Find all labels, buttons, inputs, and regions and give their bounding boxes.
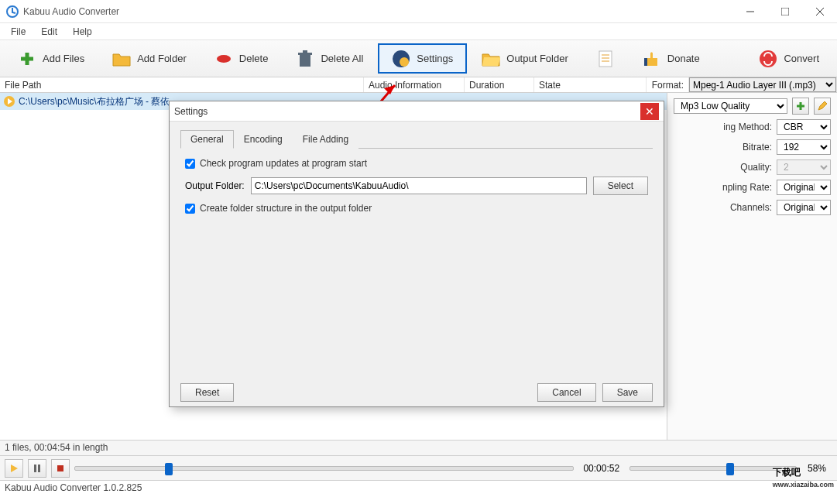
svg-rect-21: [38, 465, 40, 472]
app-icon: [6, 5, 19, 18]
trash-icon: [296, 50, 314, 68]
quality-label: Quality:: [740, 162, 772, 173]
gear-globe-icon: [392, 50, 410, 68]
save-button[interactable]: Save: [602, 383, 653, 402]
column-header-row: File Path Audio Information Duration Sta…: [0, 77, 837, 93]
tab-encoding[interactable]: Encoding: [234, 130, 293, 149]
dialog-title: Settings: [174, 106, 640, 117]
side-panel: Mp3 Low Quality ing Method:CBR Bitrate:1…: [667, 93, 837, 440]
tab-file-adding[interactable]: File Adding: [293, 130, 358, 149]
maximize-button[interactable]: [767, 0, 802, 23]
file-path-text: C:\Users\pc\Music\布拉格广场 - 蔡依: [19, 95, 170, 108]
settings-button[interactable]: Settings: [378, 43, 467, 74]
watermark: 下载吧 www.xiazaiba.com: [773, 458, 834, 489]
time-display: 00:00:52: [578, 463, 625, 474]
add-files-label: Add Files: [43, 53, 84, 64]
cancel-button[interactable]: Cancel: [537, 383, 595, 402]
svg-rect-2: [781, 8, 789, 15]
preset-select[interactable]: Mp3 Low Quality: [674, 98, 787, 114]
close-button[interactable]: [802, 0, 837, 23]
plus-icon: [18, 50, 36, 68]
settings-label: Settings: [417, 53, 453, 64]
app-title: Kabuu Audio Converter: [23, 6, 732, 17]
sampling-rate-label: npling Rate:: [722, 182, 772, 193]
menu-help[interactable]: Help: [67, 25, 98, 39]
seek-slider[interactable]: [74, 466, 574, 471]
col-state[interactable]: State: [534, 77, 647, 92]
watermark-text: 下载吧: [773, 467, 801, 478]
convert-icon: [759, 50, 777, 68]
pause-button[interactable]: [28, 459, 46, 478]
status-bar: 1 files, 00:04:54 in length: [0, 440, 837, 455]
donate-label: Donate: [667, 53, 700, 64]
output-folder-label: Output Folder: [506, 53, 568, 64]
tab-general[interactable]: General: [180, 130, 234, 149]
toolbar: Add Files Add Folder Delete Delete All S…: [0, 40, 837, 77]
menu-file[interactable]: File: [5, 25, 32, 39]
bitrate-select[interactable]: 192: [777, 139, 831, 155]
minimize-button[interactable]: [732, 0, 767, 23]
add-folder-label: Add Folder: [137, 53, 187, 64]
version-bar: Kabuu Audio Converter 1.0.2.825: [0, 480, 837, 495]
document-icon: [596, 50, 615, 68]
svg-point-10: [400, 57, 409, 67]
add-folder-button[interactable]: Add Folder: [99, 43, 200, 74]
sampling-rate-select[interactable]: Original: [777, 180, 831, 195]
watermark-url: www.xiazaiba.com: [773, 481, 834, 489]
delete-all-label: Delete All: [321, 53, 363, 64]
settings-dialog: Settings ✕ General Encoding File Adding …: [169, 101, 664, 407]
add-files-button[interactable]: Add Files: [5, 43, 98, 74]
delete-button[interactable]: Delete: [201, 43, 282, 74]
version-text: Kabuu Audio Converter 1.0.2.825: [5, 482, 142, 493]
status-summary: 1 files, 00:04:54 in length: [5, 442, 108, 453]
svg-point-7: [217, 55, 231, 63]
thumbs-up-icon: [643, 50, 661, 68]
col-audio-info[interactable]: Audio Information: [364, 77, 465, 92]
player-bar: 00:00:52 58%: [0, 455, 837, 480]
dialog-titlebar[interactable]: Settings ✕: [170, 101, 664, 122]
delete-label: Delete: [239, 53, 269, 64]
folder-open-icon: [482, 50, 500, 68]
bitrate-label: Bitrate:: [743, 142, 772, 153]
edit-preset-button[interactable]: [814, 98, 831, 115]
dialog-tabs: General Encoding File Adding: [180, 129, 653, 149]
delete-all-button[interactable]: Delete All: [283, 43, 376, 74]
play-icon[interactable]: [3, 95, 15, 108]
convert-label: Convert: [784, 53, 819, 64]
svg-rect-20: [34, 465, 36, 472]
folder-plus-icon: [112, 50, 131, 68]
format-label: Format:: [647, 77, 689, 92]
col-file-path[interactable]: File Path: [0, 77, 364, 92]
output-folder-input[interactable]: [251, 177, 587, 194]
menu-bar: File Edit Help: [0, 23, 837, 40]
svg-rect-11: [599, 51, 612, 67]
title-bar: Kabuu Audio Converter: [0, 0, 837, 23]
quality-select: 2: [777, 159, 831, 175]
channels-label: Channels:: [730, 202, 772, 213]
encoding-method-label: ing Method:: [723, 122, 772, 132]
dialog-close-button[interactable]: ✕: [640, 103, 659, 120]
donate-button[interactable]: Donate: [629, 43, 713, 74]
check-updates-label: Check program updates at program start: [200, 158, 367, 169]
output-folder-button[interactable]: Output Folder: [468, 43, 581, 74]
create-folder-structure-checkbox[interactable]: Create folder structure in the output fo…: [185, 203, 648, 214]
menu-edit[interactable]: Edit: [35, 25, 63, 39]
col-duration[interactable]: Duration: [465, 77, 534, 92]
encoding-method-select[interactable]: CBR: [777, 119, 831, 135]
add-preset-button[interactable]: [792, 98, 809, 115]
volume-slider[interactable]: [629, 466, 797, 471]
reset-button[interactable]: Reset: [180, 383, 234, 402]
document-button[interactable]: [583, 43, 628, 74]
svg-rect-15: [644, 58, 647, 66]
create-folder-structure-label: Create folder structure in the output fo…: [200, 203, 372, 214]
channels-select[interactable]: Original: [777, 200, 831, 215]
format-select[interactable]: Mpeg-1 Audio Layer III (.mp3): [689, 77, 836, 92]
stop-button[interactable]: [51, 459, 70, 478]
minus-icon: [214, 50, 233, 68]
check-updates-checkbox[interactable]: Check program updates at program start: [185, 158, 648, 169]
convert-button[interactable]: Convert: [746, 43, 832, 74]
select-folder-button[interactable]: Select: [593, 177, 648, 195]
svg-rect-22: [57, 465, 63, 471]
output-folder-label: Output Folder:: [185, 180, 245, 191]
play-button[interactable]: [5, 459, 23, 478]
